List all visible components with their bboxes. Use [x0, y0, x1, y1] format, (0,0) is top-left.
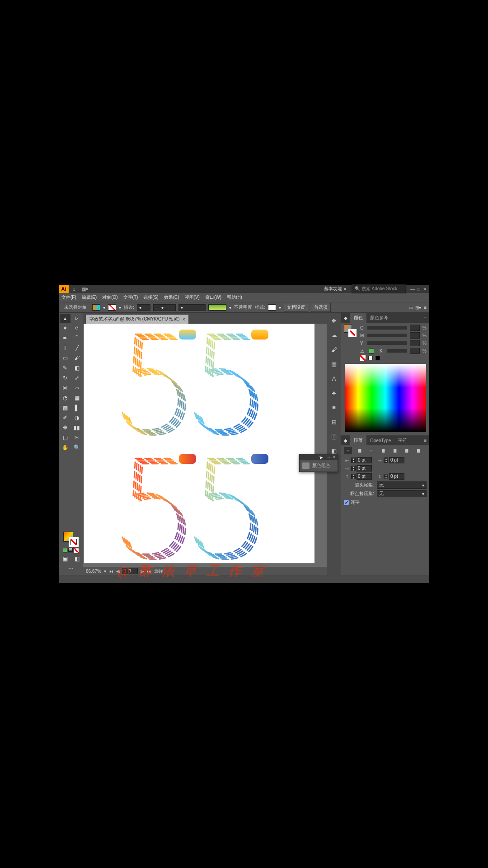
float-collapse-icon[interactable]: ↔: [327, 455, 331, 459]
scale-tool[interactable]: ⤢: [71, 373, 82, 382]
slice-tool[interactable]: ✂: [71, 433, 82, 442]
y-value[interactable]: [410, 340, 420, 346]
document-setup-button[interactable]: 文档设置: [284, 303, 308, 312]
align-center-button[interactable]: ≣: [356, 447, 364, 454]
width-tool[interactable]: ⋈: [60, 383, 70, 392]
space-before-stepper[interactable]: ▴▾: [351, 474, 356, 479]
indent-left-input[interactable]: 0 pt: [357, 457, 372, 463]
perspective-tool[interactable]: ▦: [71, 393, 82, 402]
menu-help[interactable]: 帮助(H): [227, 294, 242, 301]
canvas-viewport[interactable]: ↔ ✕ 颜色组合 ➤: [83, 324, 327, 567]
indent-left-stepper[interactable]: ▴▾: [351, 458, 356, 463]
mojikumi-dropdown[interactable]: 无▾: [377, 490, 427, 497]
curvature-tool[interactable]: ⌒: [71, 334, 82, 343]
symbol-sprayer-tool[interactable]: ❋: [60, 423, 70, 432]
artboard-tool[interactable]: ▢: [60, 433, 70, 442]
y-slider[interactable]: [367, 341, 407, 345]
opentype-tab[interactable]: OpenType: [366, 436, 394, 445]
maximize-button[interactable]: □: [418, 287, 420, 292]
space-before-input[interactable]: 0 pt: [357, 473, 372, 480]
first-line-stepper[interactable]: ▴▾: [351, 466, 356, 471]
edit-toolbar-button[interactable]: ⋯: [66, 564, 76, 573]
hand-tool[interactable]: ✋: [60, 443, 70, 452]
gamut-swatch[interactable]: [369, 348, 374, 354]
color-panel-icon[interactable]: ◆: [341, 316, 350, 321]
control-menu-icon[interactable]: ≡: [424, 305, 427, 310]
m-value[interactable]: [410, 332, 420, 339]
indent-right-stepper[interactable]: ▴▾: [384, 458, 388, 463]
pen-tool[interactable]: ✒: [60, 334, 70, 343]
selection-tool[interactable]: ▴: [60, 314, 70, 323]
menu-object[interactable]: 对象(O): [102, 294, 117, 301]
color-mode-button[interactable]: [63, 548, 67, 552]
menu-view[interactable]: 视图(V): [185, 294, 200, 301]
document-tab[interactable]: 字效艺术字.ai* @ 66.67% (CMYK/GPU 预览) ×: [86, 315, 188, 324]
menu-window[interactable]: 窗口(W): [205, 294, 221, 301]
fill-stroke-control[interactable]: [63, 532, 79, 547]
graph-tool[interactable]: ▮▮: [71, 423, 82, 432]
type-tool[interactable]: T: [60, 344, 70, 353]
shape-builder-tool[interactable]: ◔: [60, 393, 70, 402]
hyphenate-checkbox[interactable]: [344, 500, 349, 505]
m-slider[interactable]: [367, 334, 407, 337]
justify-center-button[interactable]: ≣: [391, 447, 399, 454]
first-line-input[interactable]: 0 pt: [357, 465, 372, 472]
workspace-switcher[interactable]: 基本功能▾: [320, 285, 350, 293]
mesh-tool[interactable]: ▩: [60, 403, 70, 412]
align-controls-icon[interactable]: ▭: [408, 305, 413, 310]
style-swatch[interactable]: [268, 304, 276, 311]
swatches-panel-icon[interactable]: ▦: [329, 359, 339, 369]
home-button[interactable]: ⌂: [69, 285, 80, 293]
minimize-button[interactable]: —: [410, 287, 415, 292]
zoom-tool[interactable]: 🔍: [71, 443, 82, 452]
zoom-display[interactable]: 66.67%: [86, 569, 101, 574]
rectangle-tool[interactable]: ▭: [60, 354, 70, 363]
paintbrush-tool[interactable]: 🖌: [71, 354, 82, 363]
shaper-tool[interactable]: ✎: [60, 363, 70, 373]
justify-right-button[interactable]: ≣: [403, 447, 411, 454]
color-fill-stroke[interactable]: [344, 325, 357, 337]
c-slider[interactable]: [367, 326, 407, 330]
artboard-prev-first[interactable]: ⏮: [109, 569, 113, 574]
align-panel-icon[interactable]: ⊞: [329, 417, 339, 427]
justify-all-button[interactable]: ≣: [414, 447, 422, 454]
black-swatch[interactable]: [375, 356, 380, 360]
white-swatch[interactable]: [368, 356, 373, 360]
brushes-panel-icon[interactable]: 🖌: [329, 344, 339, 354]
align-left-button[interactable]: ≡: [344, 447, 352, 454]
lasso-tool[interactable]: ᠙: [71, 324, 82, 333]
k-value[interactable]: [410, 348, 420, 354]
transform-panel-icon[interactable]: ◫: [329, 431, 339, 441]
transform-controls-icon[interactable]: ⊞▾: [415, 305, 421, 310]
stroke-panel-icon[interactable]: ≡: [329, 402, 339, 412]
character-panel-icon[interactable]: A: [329, 373, 339, 383]
eyedropper-tool[interactable]: ✐: [60, 413, 70, 422]
gradient-mode-button[interactable]: [68, 548, 73, 552]
free-transform-tool[interactable]: ▱: [71, 383, 82, 392]
close-button[interactable]: ✕: [423, 287, 427, 292]
color-tab[interactable]: 颜色: [350, 313, 366, 323]
indent-right-input[interactable]: 0 pt: [389, 457, 404, 463]
kinsoku-dropdown[interactable]: 无▾: [377, 481, 427, 489]
profile-dropdown[interactable]: — ▾: [153, 304, 176, 311]
stroke-weight-input[interactable]: ▾: [137, 304, 150, 311]
line-tool[interactable]: ╱: [71, 344, 82, 353]
k-slider[interactable]: [387, 349, 407, 353]
direct-selection-tool[interactable]: ▹: [71, 314, 82, 323]
float-close-icon[interactable]: ✕: [333, 455, 336, 459]
brush-dropdown[interactable]: ▾: [178, 304, 206, 311]
menu-effect[interactable]: 效果(C): [164, 294, 179, 301]
justify-left-button[interactable]: ≣: [379, 447, 387, 454]
draw-mode-button[interactable]: ◧: [71, 554, 82, 563]
opacity-label[interactable]: 不透明度: [234, 304, 252, 311]
align-right-button[interactable]: ≡: [367, 447, 375, 454]
symbols-panel-icon[interactable]: ♣: [329, 388, 339, 398]
menu-select[interactable]: 选择(S): [143, 294, 158, 301]
space-after-stepper[interactable]: ▴▾: [384, 474, 388, 479]
arrange-documents-button[interactable]: ▦▾: [80, 285, 90, 293]
character-tab[interactable]: 字符: [394, 435, 411, 445]
screen-mode-button[interactable]: ▣: [60, 554, 70, 563]
eraser-tool[interactable]: ◧: [71, 363, 82, 373]
preferences-button[interactable]: 首选项: [311, 303, 331, 312]
rotate-tool[interactable]: ↻: [60, 373, 70, 382]
